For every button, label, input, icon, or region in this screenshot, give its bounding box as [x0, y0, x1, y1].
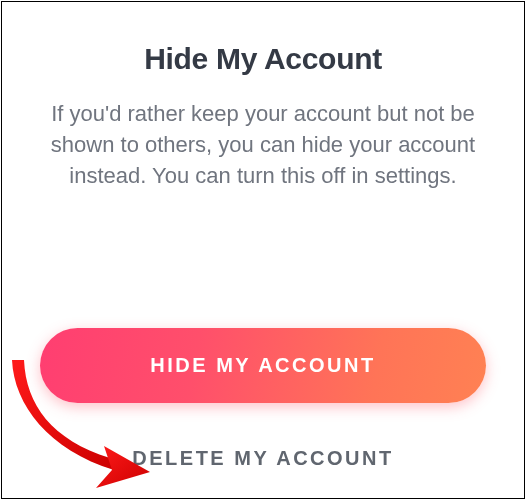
modal-content: Hide My Account If you'd rather keep you… [2, 2, 524, 192]
hide-account-modal: Hide My Account If you'd rather keep you… [1, 1, 525, 499]
modal-title: Hide My Account [40, 42, 486, 76]
modal-description: If you'd rather keep your account but no… [40, 98, 486, 192]
hide-account-button[interactable]: HIDE MY ACCOUNT [40, 328, 486, 403]
delete-account-link[interactable]: DELETE MY ACCOUNT [122, 441, 403, 476]
modal-actions: HIDE MY ACCOUNT DELETE MY ACCOUNT [2, 328, 524, 498]
